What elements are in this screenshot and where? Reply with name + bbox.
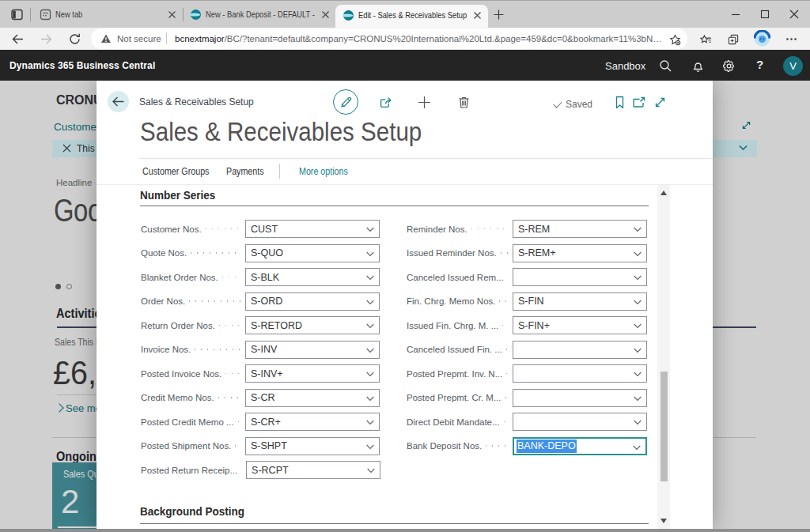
field-dotted-leader <box>191 252 240 254</box>
field-label: Posted Credit Memo ... <box>141 417 234 427</box>
field-dropdown[interactable]: BANK-DEPO <box>513 437 647 455</box>
field-dropdown[interactable] <box>513 364 647 383</box>
field-dropdown[interactable] <box>513 341 647 359</box>
field-dropdown[interactable]: S-CR <box>245 389 380 407</box>
environment-badge[interactable]: Sandbox <box>605 60 645 72</box>
field-dropdown[interactable] <box>513 389 647 407</box>
bookmark-button[interactable] <box>613 96 626 109</box>
field-label: Order Nos. <box>141 296 185 306</box>
help-icon[interactable]: ? <box>756 58 763 71</box>
favorites-icon[interactable] <box>700 34 712 46</box>
field-dropdown[interactable]: S-FIN <box>513 292 647 311</box>
settings-gear-icon[interactable] <box>722 59 736 73</box>
scrollbar-thumb[interactable] <box>660 372 668 481</box>
field-dotted-leader <box>502 325 508 326</box>
field-label: Issued Reminder Nos. <box>407 248 497 258</box>
app-title[interactable]: Dynamics 365 Business Central <box>9 60 155 71</box>
tab-sales-receivables-setup[interactable]: Edit - Sales & Receivables Setup <box>335 5 488 28</box>
field-dropdown[interactable]: S-CR+ <box>245 413 380 431</box>
share-button[interactable] <box>379 96 392 109</box>
section-underline <box>140 206 649 206</box>
search-icon[interactable] <box>659 59 672 73</box>
field-dropdown[interactable]: S-QUO <box>245 244 380 262</box>
tab-new-tab[interactable]: New tab <box>35 1 180 28</box>
window-close-icon[interactable] <box>789 9 799 19</box>
fields-column-left: Customer Nos. CUST Quote Nos. S-QUO Blan… <box>141 220 380 485</box>
field-dotted-leader <box>189 300 240 302</box>
field-label: Issued Fin. Chrg. M. ... <box>407 321 498 330</box>
field-dropdown[interactable]: S-RCPT <box>246 461 380 479</box>
field-dropdown[interactable] <box>513 413 647 431</box>
field-dropdown[interactable]: S-BLK <box>245 268 380 286</box>
field-dropdown[interactable]: S-REM <box>513 220 647 238</box>
field-label: Return Order Nos. <box>141 321 215 330</box>
scrollbar-up-icon[interactable] <box>660 191 667 195</box>
tab-bank-deposit[interactable]: New - Bank Deposit - DEFAULT - <box>185 1 335 28</box>
not-secure-label[interactable]: Not secure <box>117 34 161 43</box>
new-tab-button[interactable] <box>494 9 504 20</box>
scrollbar-down-icon[interactable] <box>660 519 667 523</box>
forward-icon[interactable] <box>40 33 52 45</box>
field-row: Direct Debit Mandate... <box>407 413 647 431</box>
chevron-down-icon <box>634 323 642 329</box>
field-value: S-ORD <box>251 296 282 307</box>
window-minimize-icon[interactable] <box>731 9 740 19</box>
user-avatar[interactable]: V <box>783 56 803 76</box>
edit-pencil-button[interactable] <box>333 89 358 115</box>
check-icon <box>553 99 562 108</box>
chevron-down-icon <box>634 300 642 305</box>
field-row: Posted Return Receip... S-RCPT <box>141 461 380 479</box>
window-maximize-icon[interactable] <box>760 9 770 19</box>
add-favorite-icon[interactable] <box>669 34 681 46</box>
refresh-icon[interactable] <box>69 33 81 45</box>
delete-trash-button[interactable] <box>457 96 471 109</box>
field-row: Quote Nos. S-QUO <box>141 244 380 262</box>
field-dropdown[interactable]: S-FIN+ <box>513 316 647 334</box>
field-row: Posted Invoice Nos. S-INV+ <box>141 364 380 383</box>
business-central-favicon <box>190 9 202 21</box>
field-row: Posted Shipment Nos. S-SHPT <box>141 437 380 455</box>
field-dropdown[interactable]: S-RETORD <box>245 316 380 334</box>
chevron-down-icon <box>366 275 374 281</box>
browser-menu-icon[interactable] <box>785 33 797 45</box>
field-value: S-QUO <box>251 247 283 258</box>
collections-icon[interactable] <box>728 34 740 46</box>
open-in-window-button[interactable] <box>632 96 645 109</box>
field-dropdown[interactable]: CUST <box>245 220 380 238</box>
back-button[interactable] <box>108 91 129 112</box>
field-dropdown[interactable]: S-INV+ <box>245 364 380 383</box>
tab-actions-menu-icon[interactable] <box>11 9 23 21</box>
field-dotted-leader <box>505 397 508 398</box>
chevron-down-icon <box>634 372 642 377</box>
dialog-menu-bar: Customer Groups Payments More options <box>97 159 713 185</box>
field-dotted-leader <box>504 421 508 423</box>
more-options-link[interactable]: More options <box>299 166 348 177</box>
tab-close-icon[interactable] <box>168 10 176 19</box>
notifications-bell-icon[interactable] <box>691 59 705 73</box>
profile-avatar[interactable] <box>754 30 770 47</box>
business-central-favicon <box>343 9 354 21</box>
field-dropdown[interactable]: S-ORD <box>245 292 380 311</box>
dialog-scrollbar[interactable] <box>657 185 670 529</box>
tab-close-icon[interactable] <box>473 11 482 20</box>
new-plus-button[interactable] <box>418 96 431 109</box>
field-row: Invoice Nos. S-INV <box>141 341 380 359</box>
url-text[interactable]: bcnextmajor/BC/?tenant=default&company=C… <box>175 34 662 43</box>
menu-item-customer-groups[interactable]: Customer Groups <box>142 166 209 177</box>
field-dropdown[interactable]: S-INV <box>245 341 380 359</box>
field-dropdown[interactable] <box>513 268 647 286</box>
new-tab-page-icon <box>40 9 51 21</box>
field-label: Blanket Order Nos. <box>141 273 218 282</box>
chevron-down-icon <box>634 348 642 353</box>
tab-close-icon[interactable] <box>321 10 330 19</box>
field-value: S-RETORD <box>251 320 302 331</box>
field-dropdown[interactable]: S-REM+ <box>513 244 647 262</box>
menu-item-payments[interactable]: Payments <box>226 166 264 177</box>
field-value: S-CR+ <box>251 417 281 428</box>
back-icon[interactable] <box>12 33 24 45</box>
field-row: Bank Deposit Nos. BANK-DEPO <box>407 437 647 455</box>
field-dropdown[interactable]: S-SHPT <box>245 437 380 455</box>
tab-separator <box>183 8 184 21</box>
field-row: Posted Prepmt. Cr. M... <box>407 389 647 407</box>
expand-fullscreen-button[interactable] <box>653 96 667 109</box>
